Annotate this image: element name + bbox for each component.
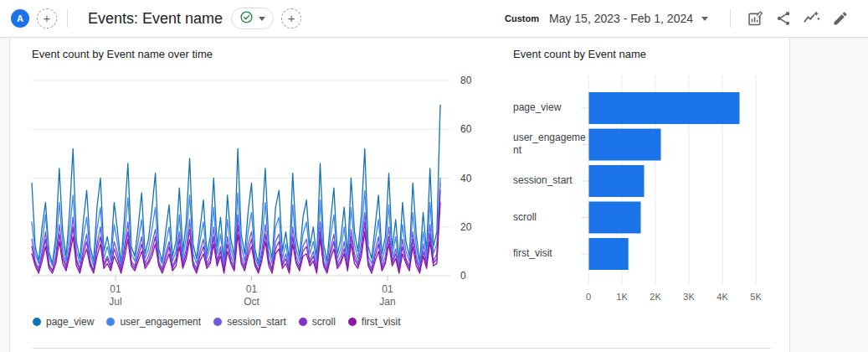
date-range-caret-icon[interactable]	[701, 17, 708, 21]
add-card-button[interactable]: +	[281, 8, 301, 28]
bar[interactable]	[589, 238, 629, 270]
bar[interactable]	[589, 165, 645, 197]
legend-label: user_engagement	[120, 316, 201, 328]
share-button[interactable]	[769, 6, 798, 31]
date-mode-label: Custom	[505, 13, 539, 23]
svg-text:Jan: Jan	[379, 296, 395, 308]
svg-text:0: 0	[460, 270, 466, 282]
page-title: Events: Event name	[88, 10, 223, 28]
bar-chart-category-labels: page_viewuser_engagementsession_startscr…	[513, 39, 587, 352]
legend-dot-icon	[33, 318, 41, 326]
customize-report-button[interactable]	[741, 6, 769, 31]
edit-pencil-icon	[832, 10, 849, 27]
header-actions: Custom May 15, 2023 - Feb 1, 2024	[505, 6, 868, 31]
chevron-down-icon	[259, 17, 265, 21]
bar[interactable]	[589, 129, 661, 161]
svg-text:2K: 2K	[650, 292, 661, 302]
svg-text:1K: 1K	[616, 292, 628, 302]
legend-label: page_view	[46, 316, 94, 328]
svg-text:5K: 5K	[750, 292, 762, 302]
legend-item: scroll	[299, 316, 336, 328]
svg-text:60: 60	[460, 123, 472, 135]
legend-dot-icon	[213, 318, 222, 326]
legend-dot-icon	[299, 318, 307, 326]
legend-item: user_engagement	[106, 316, 201, 328]
status-badge[interactable]	[231, 8, 274, 29]
legend-label: first_visit	[362, 316, 401, 328]
insights-button[interactable]	[798, 6, 826, 31]
svg-text:20: 20	[460, 221, 472, 233]
bar-category-label: page_view	[513, 101, 587, 115]
bar-category-label: scroll	[513, 211, 587, 225]
card-bottom-divider	[33, 348, 771, 349]
svg-text:Jul: Jul	[109, 296, 121, 308]
svg-text:80: 80	[460, 75, 472, 86]
svg-text:4K: 4K	[716, 292, 728, 302]
bar[interactable]	[589, 202, 641, 234]
legend-dot-icon	[106, 318, 115, 326]
header-bar: A + Events: Event name + Custom May 15, …	[0, 0, 868, 38]
legend-item: session_start	[213, 316, 286, 328]
analytics-exploration-page: A + Events: Event name + Custom May 15, …	[0, 0, 868, 352]
line-chart-title: Event count by Event name over time	[32, 48, 213, 60]
check-circle-icon	[239, 10, 254, 28]
share-icon	[775, 10, 792, 27]
date-range-selector[interactable]: May 15, 2023 - Feb 1, 2024	[549, 12, 693, 25]
legend-item: first_visit	[348, 316, 401, 328]
edit-button[interactable]	[826, 6, 855, 31]
avatar[interactable]: A	[11, 9, 29, 28]
legend-item: page_view	[33, 316, 94, 328]
insights-icon	[803, 9, 821, 28]
legend-label: session_start	[227, 316, 286, 328]
svg-text:40: 40	[460, 173, 472, 184]
bar[interactable]	[589, 92, 740, 124]
legend-dot-icon	[348, 318, 357, 326]
toolbar-divider	[730, 9, 731, 28]
customize-report-icon	[747, 10, 764, 28]
svg-text:3K: 3K	[683, 292, 695, 302]
bar-category-label: user_engagement	[513, 132, 587, 158]
header-divider	[67, 9, 68, 28]
legend-label: scroll	[312, 316, 336, 328]
line-chart-legend: page_viewuser_engagementsession_startscr…	[33, 316, 401, 328]
line-chart-svg[interactable]: 02040608001Jul01Oct01Jan	[32, 72, 488, 317]
bar-category-label: session_start	[513, 174, 587, 188]
svg-text:Oct: Oct	[244, 296, 259, 308]
exploration-canvas: Event count by Event name over time 0204…	[9, 39, 790, 352]
svg-text:01: 01	[110, 283, 121, 295]
svg-text:01: 01	[382, 283, 393, 295]
bar-category-label: first_visit	[513, 247, 587, 261]
add-tab-button[interactable]: +	[37, 8, 57, 28]
svg-text:01: 01	[246, 283, 258, 295]
